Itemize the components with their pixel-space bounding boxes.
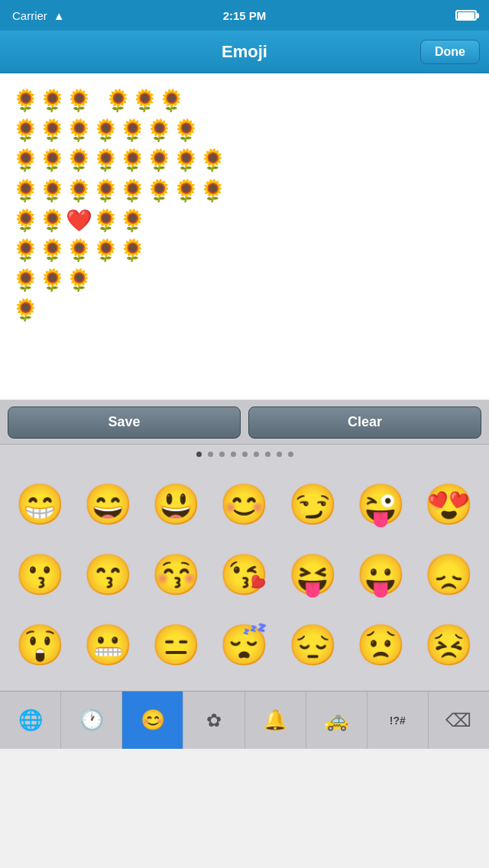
save-button[interactable]: Save bbox=[8, 406, 241, 439]
emoji-blush[interactable]: 😊 bbox=[213, 473, 276, 536]
action-buttons: Save Clear bbox=[0, 400, 489, 445]
status-left: Carrier ▲ bbox=[12, 9, 65, 22]
emoji-button[interactable]: 😊 bbox=[122, 691, 183, 749]
bell-button[interactable]: 🔔 bbox=[245, 691, 306, 749]
emoji-stuck-out-tongue[interactable]: 😛 bbox=[349, 543, 412, 606]
page-dot-6 bbox=[265, 452, 270, 457]
emoji-smirk[interactable]: 😏 bbox=[281, 473, 344, 536]
page-dot-4 bbox=[242, 452, 248, 457]
symbols-button[interactable]: !?# bbox=[368, 691, 429, 749]
done-button[interactable]: Done bbox=[420, 40, 480, 64]
emoji-grinning[interactable]: 😁 bbox=[9, 473, 72, 536]
carrier-label: Carrier bbox=[12, 9, 47, 22]
clear-button[interactable]: Clear bbox=[248, 406, 481, 439]
delete-icon: ⌫ bbox=[445, 710, 471, 731]
emoji-face-icon: 😊 bbox=[141, 708, 165, 732]
emoji-grimacing[interactable]: 😬 bbox=[77, 614, 140, 676]
delete-button[interactable]: ⌫ bbox=[429, 691, 489, 749]
emoji-smiley[interactable]: 😃 bbox=[145, 473, 208, 536]
emoji-worried[interactable]: 😟 bbox=[349, 614, 412, 676]
emoji-disappointed[interactable]: 😞 bbox=[417, 543, 480, 606]
page-dot-0 bbox=[196, 452, 202, 457]
emoji-astonished[interactable]: 😲 bbox=[9, 614, 72, 676]
page-dot-5 bbox=[254, 452, 259, 457]
clock-icon: 🕐 bbox=[79, 708, 104, 732]
nature-button[interactable]: ✿ bbox=[183, 691, 244, 749]
page-indicator bbox=[0, 445, 489, 463]
emoji-row-2: 😲 😬 😑 😴 😔 😟 😣 bbox=[0, 610, 489, 680]
nav-bar: Emoji Done bbox=[0, 31, 489, 73]
status-bar: Carrier ▲ 2:15 PM bbox=[0, 0, 489, 31]
globe-button[interactable]: 🌐 bbox=[0, 691, 61, 749]
emoji-grid: 😁 😄 😃 😊 😏 😜 😍 😗 😙 😚 😘 😝 😛 😞 😲 😬 😑 😴 😔 😟 … bbox=[0, 463, 489, 691]
globe-icon: 🌐 bbox=[18, 708, 43, 732]
emoji-sleeping[interactable]: 😴 bbox=[213, 614, 276, 676]
transport-button[interactable]: 🚕 bbox=[306, 691, 368, 749]
text-area-container: 🌻🌻🌻 🌻🌻🌻 🌻🌻🌻🌻🌻🌻🌻 🌻🌻🌻🌻🌻🌻🌻🌻 🌻🌻🌻🌻🌻🌻🌻🌻 🌻🌻❤️🌻🌻… bbox=[0, 73, 489, 400]
emoji-kissing-closed[interactable]: 😚 bbox=[145, 543, 208, 606]
emoji-wink[interactable]: 😜 bbox=[349, 473, 412, 536]
clock-button[interactable]: 🕐 bbox=[61, 691, 122, 749]
emoji-row-1: 😗 😙 😚 😘 😝 😛 😞 bbox=[0, 539, 489, 610]
emoji-pensive[interactable]: 😔 bbox=[281, 614, 344, 676]
emoji-persevere[interactable]: 😣 bbox=[417, 614, 480, 676]
emoji-expressionless[interactable]: 😑 bbox=[145, 614, 208, 676]
emoji-kissing-heart[interactable]: 😘 bbox=[213, 543, 276, 606]
emoji-row-0: 😁 😄 😃 😊 😏 😜 😍 bbox=[0, 469, 489, 539]
emoji-stuck-out-tongue-wink[interactable]: 😝 bbox=[281, 543, 344, 606]
bell-icon: 🔔 bbox=[263, 708, 287, 732]
emoji-heart-eyes[interactable]: 😍 bbox=[417, 473, 480, 536]
page-dot-7 bbox=[277, 452, 282, 457]
nav-title: Emoji bbox=[222, 42, 267, 62]
emoji-kissing[interactable]: 😗 bbox=[9, 543, 72, 606]
status-time: 2:15 PM bbox=[223, 9, 267, 22]
symbols-icon: !?# bbox=[390, 714, 406, 727]
status-right bbox=[455, 10, 477, 21]
emoji-kissing-smiling[interactable]: 😙 bbox=[77, 543, 140, 606]
wifi-icon: ▲ bbox=[53, 9, 65, 22]
page-dot-3 bbox=[231, 452, 236, 457]
flower-icon: ✿ bbox=[206, 710, 222, 731]
bottom-toolbar: 🌐 🕐 😊 ✿ 🔔 🚕 !?# ⌫ bbox=[0, 691, 489, 749]
page-dot-1 bbox=[208, 452, 213, 457]
car-icon: 🚕 bbox=[324, 708, 348, 732]
emoji-text-area[interactable]: 🌻🌻🌻 🌻🌻🌻 🌻🌻🌻🌻🌻🌻🌻 🌻🌻🌻🌻🌻🌻🌻🌻 🌻🌻🌻🌻🌻🌻🌻🌻 🌻🌻❤️🌻🌻… bbox=[12, 86, 477, 387]
page-dot-2 bbox=[219, 452, 225, 457]
emoji-smile[interactable]: 😄 bbox=[77, 473, 140, 536]
page-dot-8 bbox=[288, 452, 293, 457]
battery-icon bbox=[455, 10, 477, 21]
